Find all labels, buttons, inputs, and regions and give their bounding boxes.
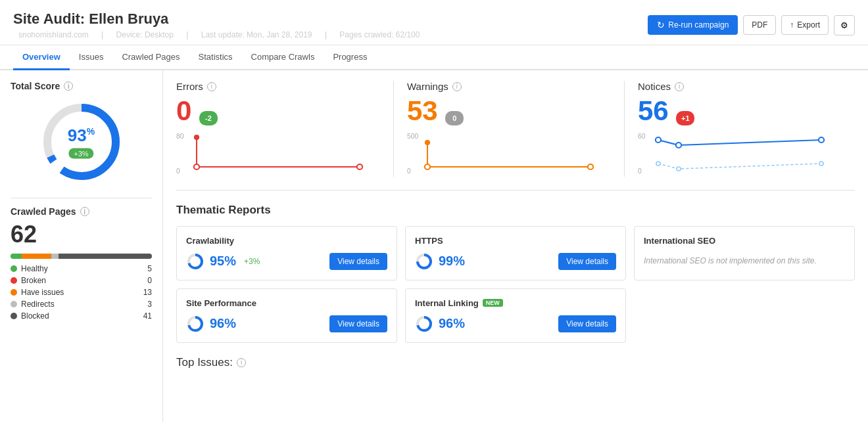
svg-point-7 [357, 164, 362, 169]
header-actions: ↻ Re-run campaign PDF ↑ Export ⚙ [648, 15, 855, 35]
notices-badge: +1 [676, 111, 694, 125]
site-performance-title: Site Performance [186, 298, 387, 308]
crawlability-score: 95% +3% [186, 252, 260, 271]
blocked-bar [59, 254, 152, 259]
https-donut [415, 252, 433, 271]
tab-statistics[interactable]: Statistics [189, 45, 242, 70]
https-body: 99% View details [415, 252, 616, 271]
legend-healthy: Healthy 5 [11, 264, 152, 273]
top-issues-info-icon[interactable]: i [237, 358, 246, 367]
healthy-bar [11, 254, 22, 259]
https-view-btn[interactable]: View details [558, 253, 616, 270]
settings-button[interactable]: ⚙ [834, 15, 855, 35]
warnings-title: Warnings i [407, 81, 611, 92]
international-seo-note: International SEO is not implemented on … [644, 256, 817, 265]
total-score-title: Total Score i [11, 81, 152, 91]
thematic-grid: Crawlability 95% +3% View details HTTPS [176, 226, 855, 343]
score-badge: +3% [68, 148, 93, 159]
warnings-chart: 500 0 [407, 131, 611, 177]
tab-progress[interactable]: Progress [324, 45, 376, 70]
warnings-block: Warnings i 53 0 500 0 [393, 81, 624, 177]
svg-point-19 [677, 167, 681, 171]
blocked-dot [11, 313, 17, 319]
warnings-info-icon[interactable]: i [452, 82, 462, 91]
svg-point-5 [194, 135, 199, 140]
crawled-pages-info-icon[interactable]: i [80, 207, 89, 216]
errors-value: 0 [176, 95, 191, 126]
top-issues-section: Top Issues: i [176, 356, 855, 369]
notices-title: Notices i [638, 81, 842, 92]
broken-count: 0 [147, 276, 152, 285]
top-issues-title-text: Top Issues: [176, 356, 233, 369]
card-international-seo: International SEO International SEO is n… [634, 226, 855, 281]
card-crawlability: Crawlability 95% +3% View details [176, 226, 397, 281]
svg-point-12 [588, 164, 593, 169]
tab-crawled-pages[interactable]: Crawled Pages [112, 45, 189, 70]
tab-compare-crawls[interactable]: Compare Crawls [242, 45, 324, 70]
notices-block: Notices i 56 +1 60 0 [624, 81, 855, 177]
card-internal-linking: Internal Linking NEW 96% View details [405, 288, 626, 343]
title-prefix: Site Audit: [13, 11, 85, 27]
issues-label: Have issues [21, 288, 64, 297]
site-performance-view-btn[interactable]: View details [329, 315, 387, 332]
header: Site Audit: Ellen Bruya snohomishland.co… [0, 0, 868, 45]
svg-text:0: 0 [407, 168, 411, 175]
tabs-bar: Overview Issues Crawled Pages Statistics… [0, 45, 868, 70]
notices-info-icon[interactable]: i [675, 82, 684, 91]
redirects-dot [11, 301, 17, 307]
notices-chart: 60 0 [638, 131, 842, 177]
site-performance-donut [186, 315, 205, 333]
svg-text:80: 80 [176, 133, 184, 140]
site-domain: snohomishland.com [18, 30, 89, 39]
errors-info-icon[interactable]: i [207, 82, 216, 91]
svg-text:500: 500 [407, 133, 419, 140]
legend-redirects: Redirects 3 [11, 300, 152, 309]
legend-blocked: Blocked 41 [11, 311, 152, 321]
device-type: Device: Desktop [116, 30, 174, 39]
crawlability-view-btn[interactable]: View details [329, 253, 387, 270]
legend-have-issues: Have issues 13 [11, 288, 152, 297]
issues-bar [22, 254, 51, 259]
broken-label: Broken [21, 276, 46, 285]
thematic-title: Thematic Reports [176, 204, 855, 217]
sidebar-divider [11, 198, 152, 198]
sidebar: Total Score i 93% [0, 70, 163, 422]
rerun-button[interactable]: ↻ Re-run campaign [648, 15, 738, 35]
total-score-info-icon[interactable]: i [64, 81, 73, 91]
total-score-section: Total Score i 93% [11, 81, 152, 185]
svg-point-17 [819, 137, 824, 143]
crawlability-body: 95% +3% View details [186, 252, 387, 271]
redirects-label: Redirects [21, 300, 55, 309]
pdf-button[interactable]: PDF [743, 15, 776, 35]
warnings-badge: 0 [445, 111, 464, 125]
last-update: Last update: Mon, Jan 28, 2019 [201, 30, 312, 39]
errors-chart: 80 0 [176, 131, 380, 177]
crawlability-donut [186, 252, 205, 271]
redirects-count: 3 [147, 300, 152, 309]
legend-broken: Broken 0 [11, 276, 152, 285]
export-button[interactable]: ↑ Export [781, 15, 829, 35]
international-seo-title: International SEO [644, 236, 845, 246]
new-badge: NEW [483, 299, 503, 307]
crawled-pages-section: Crawled Pages i 62 Healthy 5 [11, 206, 152, 321]
tab-issues[interactable]: Issues [70, 45, 113, 70]
internal-linking-body: 96% View details [415, 315, 616, 333]
svg-point-16 [676, 143, 681, 148]
internal-linking-value: 96% [439, 316, 465, 331]
site-performance-body: 96% View details [186, 315, 387, 333]
svg-point-11 [425, 164, 430, 169]
notices-value: 56 [638, 95, 669, 126]
score-chart: 93% +3% [11, 99, 152, 185]
svg-text:60: 60 [638, 133, 646, 140]
svg-point-18 [656, 162, 660, 166]
site-performance-value: 96% [210, 316, 236, 331]
internal-linking-view-btn[interactable]: View details [558, 315, 616, 332]
tab-overview[interactable]: Overview [13, 45, 70, 70]
https-title: HTTPS [415, 236, 616, 246]
internal-linking-donut [415, 315, 433, 333]
errors-badge: -2 [199, 111, 218, 125]
broken-dot [11, 277, 17, 284]
issues-dot [11, 289, 17, 296]
header-meta: snohomishland.com | Device: Desktop | La… [13, 30, 425, 39]
main-panel: Errors i 0 -2 80 0 [163, 70, 868, 422]
